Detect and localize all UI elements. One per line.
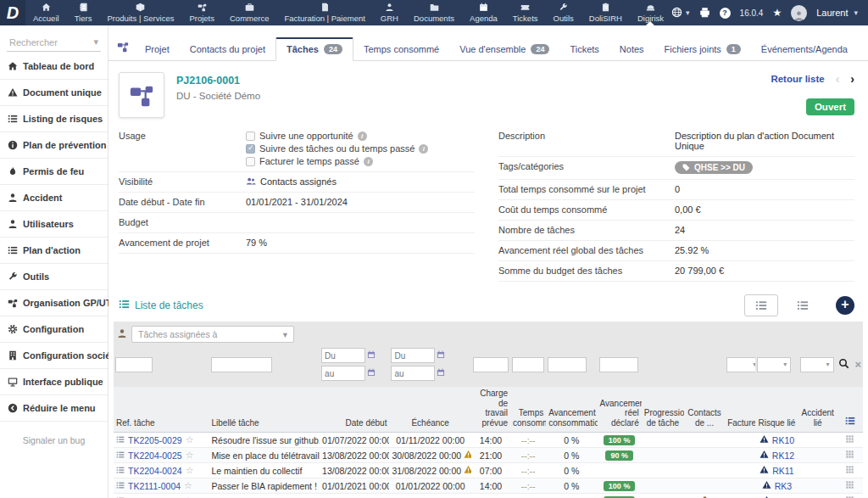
globe-icon[interactable] bbox=[671, 7, 682, 20]
next-record-arrow[interactable]: › bbox=[850, 72, 854, 86]
sidebar-item-plan-de-prevention[interactable]: Plan de prévention bbox=[0, 131, 108, 158]
view-mode-compact-button[interactable] bbox=[786, 294, 820, 316]
menu-commerce[interactable]: Commerce bbox=[222, 0, 276, 25]
row-options-grid-icon[interactable] bbox=[845, 481, 854, 491]
calendar-icon[interactable] bbox=[437, 350, 445, 361]
sidebar-item-interface-publique[interactable]: Interface publique bbox=[0, 368, 108, 394]
task-ref-link[interactable]: TK2111-0004 bbox=[128, 481, 181, 491]
menu-digirisk[interactable]: Digirisk bbox=[630, 0, 671, 25]
row-options-grid-icon[interactable] bbox=[845, 450, 854, 461]
sidebar-item-plan-d-action[interactable]: Plan d'action bbox=[0, 237, 108, 263]
column-header-date-debut[interactable]: Date début bbox=[320, 387, 389, 433]
filter-accident-select[interactable]: ▾ bbox=[800, 357, 834, 372]
tab-taches[interactable]: Tâches24 bbox=[275, 37, 353, 61]
menu-tickets[interactable]: Tickets bbox=[505, 0, 546, 25]
sidebar-item-configuration[interactable]: Configuration bbox=[0, 316, 108, 342]
calendar-icon[interactable] bbox=[437, 368, 445, 378]
favorite-star-icon[interactable]: ☆ bbox=[184, 480, 192, 491]
calendar-icon[interactable] bbox=[367, 368, 376, 378]
sidebar-item-outils[interactable]: Outils bbox=[0, 263, 108, 289]
calendar-icon[interactable] bbox=[367, 350, 376, 361]
menu-outils[interactable]: Outils bbox=[546, 0, 581, 25]
favorite-star-icon[interactable]: ☆ bbox=[186, 434, 194, 445]
filter-start-from-input[interactable] bbox=[321, 348, 365, 363]
task-ref-link[interactable]: TK2205-0029 bbox=[128, 435, 182, 445]
checkbox-unchecked[interactable] bbox=[246, 131, 255, 141]
column-header-temps-consomme[interactable]: Temps consommé bbox=[510, 387, 546, 433]
app-logo[interactable]: D bbox=[0, 0, 25, 25]
column-selector-icon[interactable] bbox=[837, 387, 863, 433]
filter-consumption-input[interactable] bbox=[548, 357, 587, 372]
row-options-grid-icon[interactable] bbox=[845, 466, 854, 476]
menu-projets[interactable]: Projets bbox=[181, 0, 222, 25]
clear-filters-icon[interactable]: × bbox=[854, 358, 861, 371]
task-ref-link[interactable]: TK2204-0024 bbox=[128, 466, 182, 476]
row-options-grid-icon[interactable] bbox=[845, 435, 854, 445]
column-header-risque-lie[interactable]: Risque lié bbox=[755, 387, 798, 433]
tab-evenements-agenda[interactable]: Événements/Agenda bbox=[751, 39, 858, 60]
tab-fichiers-joints[interactable]: Fichiers joints1 bbox=[654, 39, 751, 60]
menu-grh[interactable]: GRH bbox=[373, 0, 406, 25]
risk-link[interactable]: RK3 bbox=[775, 481, 792, 491]
column-header-charge-de-travail-prevue[interactable]: Charge de travail prévue bbox=[471, 387, 510, 433]
menu-tiers[interactable]: Tiers bbox=[67, 0, 100, 25]
sidebar-item-document-unique[interactable]: Document unique bbox=[0, 79, 108, 105]
back-to-list-link[interactable]: Retour liste bbox=[771, 74, 824, 84]
filter-start-to-input[interactable] bbox=[321, 366, 365, 381]
menu-dolisirh[interactable]: DoliSIRH bbox=[581, 0, 630, 25]
column-header-contacts-de[interactable]: Contacts de ... bbox=[684, 387, 725, 433]
menu-accueil[interactable]: Accueil bbox=[25, 0, 67, 25]
user-avatar[interactable] bbox=[791, 5, 807, 21]
tasks-assigned-select[interactable]: Tâches assignées à ▾ bbox=[131, 326, 294, 343]
add-task-button[interactable]: + bbox=[836, 296, 854, 315]
menu-agenda[interactable]: Agenda bbox=[462, 0, 505, 25]
sidebar-item-configuration-societe[interactable]: Configuration société bbox=[0, 342, 108, 368]
printer-icon[interactable] bbox=[699, 7, 710, 20]
sidebar-item-reduire-le-menu[interactable]: Réduire le menu bbox=[0, 394, 108, 421]
help-icon[interactable]: ? bbox=[720, 8, 731, 19]
tab-notes[interactable]: Notes bbox=[609, 39, 654, 60]
risk-link[interactable]: RK12 bbox=[772, 450, 794, 461]
sidebar-item-listing-de-risques[interactable]: Listing de risques bbox=[0, 105, 108, 131]
column-header-avancement-reel-declare[interactable]: Avancement réel déclaré bbox=[598, 387, 642, 433]
task-ref-link[interactable]: TK2204-0025 bbox=[128, 450, 182, 461]
tab-contacts-du-projet[interactable]: Contacts du projet bbox=[180, 39, 275, 60]
sidebar-search-combo[interactable]: Rechercher ▾ bbox=[7, 34, 101, 52]
favorite-star-icon[interactable]: ☆ bbox=[186, 465, 194, 476]
report-bug-link[interactable]: Signaler un bug bbox=[0, 435, 108, 445]
column-header-libelle-tache[interactable]: Libellé tâche bbox=[209, 387, 320, 433]
project-ref[interactable]: PJ2106-0001 bbox=[176, 75, 260, 87]
tab-vue-d-ensemble[interactable]: Vue d'ensemble24 bbox=[449, 39, 559, 60]
column-header-facture[interactable]: Facture bbox=[725, 387, 755, 433]
filter-ref-input[interactable] bbox=[115, 357, 153, 372]
filter-declared-input[interactable] bbox=[599, 357, 638, 372]
tab-temps-consomme[interactable]: Temps consommé bbox=[353, 39, 449, 60]
tab-projet[interactable]: Projet bbox=[135, 39, 180, 60]
favorite-star-icon[interactable]: ☆ bbox=[186, 450, 194, 461]
filter-label-input[interactable] bbox=[211, 357, 272, 372]
tab-tickets[interactable]: Tickets bbox=[559, 39, 609, 60]
filter-risk-select[interactable]: ▾ bbox=[757, 357, 791, 372]
view-mode-list-button[interactable] bbox=[744, 294, 778, 316]
menu-produits-services[interactable]: Produits | Services bbox=[99, 0, 181, 25]
column-header-progression-de-tache[interactable]: Progression de tâche bbox=[642, 387, 684, 433]
search-icon[interactable] bbox=[838, 358, 849, 371]
sidebar-item-accident[interactable]: Accident bbox=[0, 184, 108, 210]
sidebar-item-tableau-de-bord[interactable]: Tableau de bord bbox=[0, 53, 108, 79]
filter-due-to-input[interactable] bbox=[391, 366, 435, 381]
sidebar-item-permis-de-feu[interactable]: Permis de feu bbox=[0, 158, 108, 184]
column-header-accident-lie[interactable]: Accident lié bbox=[798, 387, 837, 433]
filter-due-from-input[interactable] bbox=[391, 348, 435, 363]
menu-facturation-paiement[interactable]: Facturation | Paiement bbox=[276, 0, 372, 25]
sidebar-item-organisation-gp-ut[interactable]: Organisation GP/UT bbox=[0, 289, 108, 316]
risk-link[interactable]: RK10 bbox=[772, 435, 794, 445]
column-header-ref-tache[interactable]: Ref. tâche bbox=[114, 387, 209, 433]
checkbox-unchecked[interactable] bbox=[246, 157, 255, 166]
risk-link[interactable]: RK11 bbox=[772, 466, 794, 476]
filter-invoice-select[interactable]: ▾ bbox=[726, 357, 755, 372]
sidebar-item-utilisateurs[interactable]: Utilisateurs bbox=[0, 210, 108, 237]
checkbox-checked[interactable] bbox=[246, 144, 255, 154]
user-name[interactable]: Laurent bbox=[816, 8, 848, 18]
filter-timespent-input[interactable] bbox=[512, 357, 544, 372]
filter-workload-input[interactable] bbox=[473, 357, 509, 372]
